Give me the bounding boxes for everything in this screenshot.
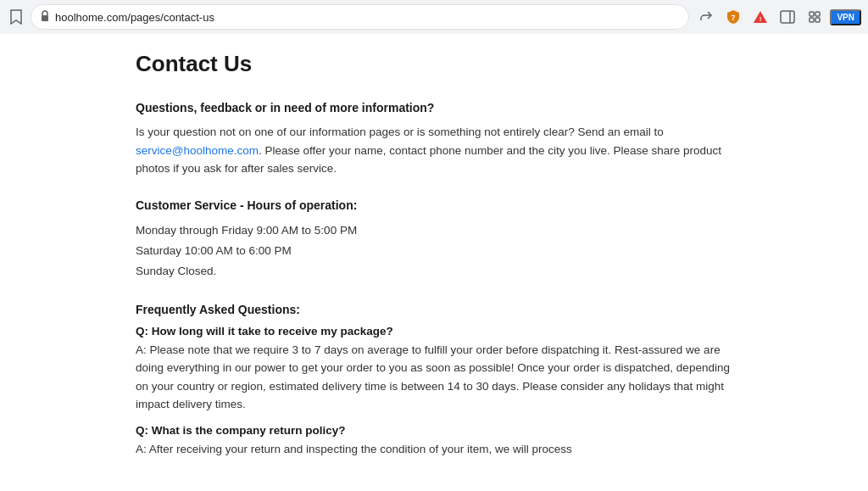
faq-answer-2: A: After receiving your return and inspe…	[136, 440, 732, 459]
browser-chrome: hoolhome.com/pages/contact-us 7	[0, 0, 868, 34]
browser-toolbar: hoolhome.com/pages/contact-us 7	[0, 0, 868, 34]
brave-shield-button[interactable]: 7	[721, 5, 745, 29]
customer-service-section: Customer Service - Hours of operation: M…	[136, 198, 732, 282]
hours-line-1: Monday through Friday 9:00 AM to 5:00 PM	[136, 220, 732, 241]
svg-rect-5	[810, 12, 814, 16]
svg-text:!: !	[760, 15, 762, 23]
bookmark-button[interactable]	[7, 8, 25, 26]
address-bar[interactable]: hoolhome.com/pages/contact-us	[31, 4, 689, 30]
hours-line-3: Sunday Closed.	[136, 261, 732, 282]
svg-rect-7	[810, 18, 814, 22]
page-content: Contact Us Questions, feedback or in nee…	[0, 34, 868, 491]
lock-icon	[40, 10, 50, 25]
svg-text:7: 7	[732, 14, 736, 22]
faq-section: Frequently Asked Questions: Q: How long …	[136, 303, 732, 459]
page-title: Contact Us	[136, 51, 732, 77]
warning-button[interactable]: !	[748, 5, 772, 29]
svg-rect-6	[815, 12, 820, 16]
sidebar-toggle-button[interactable]	[776, 5, 799, 29]
faq-heading: Frequently Asked Questions:	[136, 303, 732, 316]
svg-rect-3	[781, 11, 794, 23]
extensions-button[interactable]	[803, 5, 826, 29]
faq-answer-1: A: Please note that we require 3 to 7 da…	[136, 341, 732, 414]
hours-line-2: Saturday 10:00 AM to 6:00 PM	[136, 241, 732, 261]
share-button[interactable]	[694, 5, 718, 29]
email-link[interactable]: service@hoolhome.com	[136, 144, 259, 157]
faq-question-2: Q: What is the company return policy?	[136, 424, 732, 437]
questions-body: Is your question not on one of our infor…	[136, 123, 732, 178]
questions-heading: Questions, feedback or in need of more i…	[136, 101, 732, 114]
toolbar-actions: 7 !	[694, 5, 861, 29]
svg-rect-0	[42, 15, 48, 21]
svg-rect-8	[815, 18, 820, 22]
faq-question-1: Q: How long will it take to receive my p…	[136, 325, 732, 338]
customer-service-heading: Customer Service - Hours of operation:	[136, 198, 732, 212]
url-display: hoolhome.com/pages/contact-us	[55, 11, 680, 24]
vpn-button[interactable]: VPN	[830, 9, 861, 25]
questions-body-before-link: Is your question not on one of our infor…	[136, 126, 664, 138]
questions-section: Questions, feedback or in need of more i…	[136, 101, 732, 178]
